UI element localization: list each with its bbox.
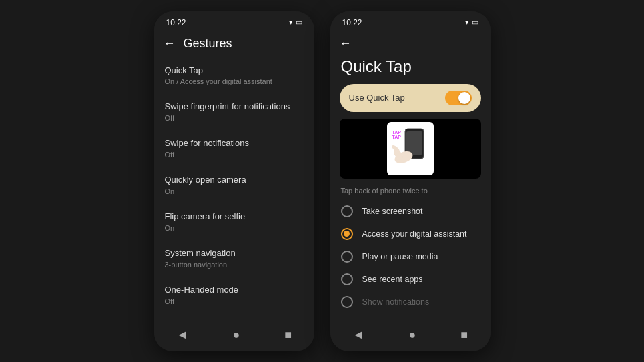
settings-item[interactable]: Swipe for notifications Off (154, 130, 314, 167)
right-home-nav-icon[interactable]: ● (409, 328, 416, 342)
toggle-label: Use Quick Tap (349, 93, 405, 103)
radio-button[interactable] (341, 273, 353, 285)
left-status-bar: 10:22 ▾ ▭ (154, 11, 314, 31)
item-title: Swipe fingerprint for notifications (165, 101, 304, 113)
radio-button[interactable] (341, 205, 353, 217)
right-recents-nav-icon[interactable]: ■ (460, 328, 468, 342)
right-status-bar: 10:22 ▾ ▭ (330, 11, 491, 31)
right-scroll-area: Quick Tap Use Quick Tap TAPTAP (330, 55, 491, 321)
wifi-icon: ▾ (289, 18, 293, 27)
section-label: Tap back of phone twice to (330, 184, 491, 200)
item-sub: Off (165, 297, 304, 305)
radio-label: Take screenshot (362, 207, 423, 216)
item-sub: Off (165, 151, 304, 159)
radio-options: Take screenshot Access your digital assi… (330, 200, 491, 313)
settings-item[interactable]: Swipe fingerprint for notifications Off (154, 93, 314, 130)
tap-tap-label: TAPTAP (392, 130, 401, 140)
right-status-icons: ▾ ▭ (465, 18, 478, 27)
radio-option-item[interactable]: Play or pause media (330, 245, 491, 268)
item-title: Flip camera for selfie (165, 211, 304, 223)
item-title: Quick Tap (165, 65, 304, 77)
recents-nav-icon[interactable]: ■ (284, 328, 292, 342)
radio-option-item[interactable]: Take screenshot (330, 200, 491, 223)
radio-selected-dot (344, 231, 350, 237)
radio-option-item[interactable]: See recent apps (330, 268, 491, 291)
radio-label: Show notifications (362, 297, 430, 307)
radio-label: See recent apps (362, 275, 423, 284)
settings-item[interactable]: Tap to check phone On (154, 313, 314, 321)
home-nav-icon[interactable]: ● (233, 328, 240, 342)
settings-list: Quick Tap On / Access your digital assis… (154, 57, 314, 321)
right-status-time: 10:22 (342, 18, 362, 27)
settings-item[interactable]: Quick Tap On / Access your digital assis… (154, 57, 314, 94)
settings-item[interactable]: Flip camera for selfie On (154, 203, 314, 240)
item-sub: On / Access your digital assistant (165, 77, 304, 85)
wifi-icon-right: ▾ (465, 18, 469, 27)
settings-item[interactable]: One-Handed mode Off (154, 277, 314, 313)
svg-rect-1 (406, 131, 422, 155)
radio-option-item[interactable]: Show notifications (330, 291, 491, 313)
item-title: Quickly open camera (165, 175, 304, 186)
phone-demo-animation: TAPTAP (340, 119, 481, 179)
back-nav-icon[interactable]: ◄ (176, 328, 188, 342)
item-title: Swipe for notifications (165, 138, 304, 149)
radio-option-item[interactable]: Access your digital assistant (330, 223, 491, 245)
left-nav-header: ← Gestures (154, 31, 314, 57)
right-phone: 10:22 ▾ ▭ ← Quick Tap Use Quick Tap TAPT… (330, 11, 491, 351)
back-button[interactable]: ← (164, 37, 176, 51)
battery-icon: ▭ (296, 18, 302, 27)
left-phone: 10:22 ▾ ▭ ← Gestures Quick Tap On / Acce… (154, 11, 314, 351)
left-bottom-nav: ◄ ● ■ (154, 321, 314, 351)
left-page-title: Gestures (184, 37, 232, 51)
item-title: One-Handed mode (165, 285, 304, 296)
right-back-button[interactable]: ← (340, 37, 352, 51)
item-sub: On (165, 224, 304, 232)
left-status-icons: ▾ ▭ (289, 18, 302, 27)
use-quick-tap-toggle[interactable] (445, 91, 472, 105)
radio-label: Access your digital assistant (362, 229, 467, 239)
right-nav-header: ← (330, 31, 491, 55)
item-sub: Off (165, 114, 304, 122)
right-back-nav-icon[interactable]: ◄ (352, 328, 364, 342)
radio-button[interactable] (341, 228, 353, 240)
settings-item[interactable]: Quickly open camera On (154, 167, 314, 203)
radio-button[interactable] (341, 296, 353, 308)
phones-container: 10:22 ▾ ▭ ← Gestures Quick Tap On / Acce… (0, 0, 644, 362)
item-sub: 3-button navigation (165, 261, 304, 269)
left-status-time: 10:22 (166, 18, 186, 27)
quick-tap-toggle-row[interactable]: Use Quick Tap (340, 84, 481, 112)
item-title: System navigation (165, 248, 304, 259)
right-bottom-nav: ◄ ● ■ (330, 321, 491, 351)
radio-button[interactable] (341, 251, 353, 263)
settings-item[interactable]: System navigation 3-button navigation (154, 240, 314, 277)
demo-inner: TAPTAP (387, 122, 434, 175)
battery-icon-right: ▭ (472, 18, 478, 27)
radio-label: Play or pause media (362, 252, 438, 261)
item-sub: On (165, 187, 304, 195)
right-page-title: Quick Tap (330, 55, 491, 84)
